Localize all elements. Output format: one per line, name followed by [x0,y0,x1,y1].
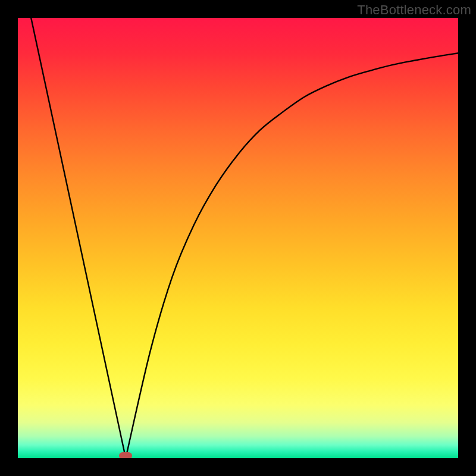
bottleneck-curve [18,18,458,458]
plot-area [18,18,458,458]
watermark-text: TheBottleneck.com [357,2,471,18]
chart-frame: TheBottleneck.com [0,0,476,476]
minimum-marker [119,452,132,458]
